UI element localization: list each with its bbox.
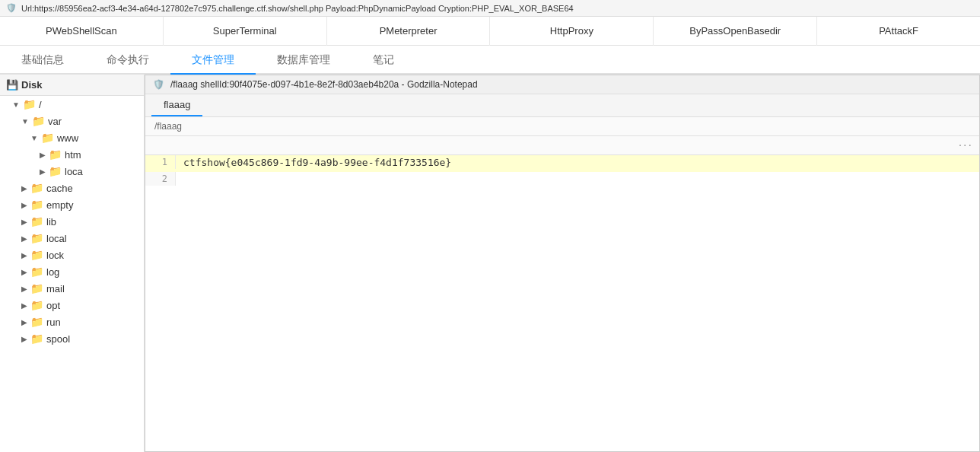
tree-item-label: run	[46, 317, 61, 328]
sub-nav-item-0[interactable]: 基础信息	[0, 46, 85, 75]
tree-item-label: local	[46, 233, 67, 244]
folder-icon: 📁	[30, 266, 43, 278]
tree-item-label: www	[57, 132, 78, 144]
tree-item-label: loca	[65, 166, 83, 177]
folder-icon: 📁	[30, 333, 43, 345]
chevron-down-icon: ▼	[30, 134, 38, 142]
chevron-right-icon: ▶	[40, 167, 46, 176]
notepad-filepath: /flaaag	[145, 117, 979, 136]
notepad-more-icon[interactable]: ···	[959, 138, 973, 152]
tree-item-empty[interactable]: ▶📁empty	[0, 196, 144, 213]
top-nav-item-1[interactable]: SuperTerminal	[164, 17, 327, 46]
chevron-right-icon: ▶	[21, 218, 27, 226]
chevron-right-icon: ▶	[21, 268, 27, 276]
tree-item-label: mail	[46, 283, 65, 294]
tree-item-label: lock	[46, 250, 64, 261]
chevron-right-icon: ▶	[21, 318, 27, 326]
tree-item-opt[interactable]: ▶📁opt	[0, 297, 144, 314]
sub-nav: 基础信息命令执行文件管理数据库管理笔记	[0, 46, 980, 75]
url-text: Url:https://85956ea2-acf3-4e34-a64d-1278…	[21, 4, 574, 13]
code-line: 1ctfshow{e045c869-1fd9-4a9b-99ee-f4d1f73…	[145, 155, 979, 172]
line-content	[176, 172, 191, 175]
tree-item-label: spool	[46, 333, 70, 345]
right-content: / icon name type 📁etcdir📄flaaagfile📁home…	[145, 75, 980, 452]
folder-icon: 📁	[30, 182, 43, 194]
code-lines: 1ctfshow{e045c869-1fd9-4a9b-99ee-f4d1f73…	[145, 155, 979, 189]
line-number: 2	[145, 172, 176, 186]
sidebar-header-label: Disk	[21, 79, 42, 91]
notepad-editor[interactable]: 1ctfshow{e045c869-1fd9-4a9b-99ee-f4d1f73…	[145, 155, 979, 451]
folder-icon: 📁	[41, 132, 54, 144]
tree-item-label: empty	[46, 199, 73, 211]
folder-icon: 📁	[23, 98, 36, 110]
tree-item-label: log	[46, 266, 59, 278]
notepad-titlebar: 🛡️ /flaaag shellId:90f4075e-d097-4b1e-8e…	[145, 75, 979, 94]
sub-nav-item-2[interactable]: 文件管理	[170, 46, 256, 75]
main-container: 💾 Disk ▼📁/▼📁var▼📁www▶📁htm▶📁loca▶📁cache▶📁…	[0, 75, 980, 452]
chevron-right-icon: ▶	[21, 335, 27, 343]
notepad-title-icon: 🛡️	[153, 79, 164, 90]
tree-item-run[interactable]: ▶📁run	[0, 314, 144, 330]
sub-nav-item-1[interactable]: 命令执行	[85, 46, 170, 75]
folder-icon: 📁	[30, 215, 43, 228]
chevron-right-icon: ▶	[21, 234, 27, 243]
tree-item-label: opt	[46, 300, 60, 311]
tree-item-lib[interactable]: ▶📁lib	[0, 213, 144, 230]
chevron-down-icon: ▼	[12, 100, 20, 109]
tree-item-www[interactable]: ▼📁www	[0, 129, 144, 146]
chevron-right-icon: ▶	[21, 251, 27, 259]
tree-item-var[interactable]: ▼📁var	[0, 113, 144, 129]
tree-item-/[interactable]: ▼📁/	[0, 96, 144, 113]
folder-icon: 📁	[49, 148, 62, 161]
tree-item-label: htm	[65, 149, 81, 161]
line-number: 1	[145, 155, 176, 169]
tree-item-label: var	[48, 116, 62, 127]
chevron-right-icon: ▶	[21, 285, 27, 293]
tree-item-log[interactable]: ▶📁log	[0, 263, 144, 280]
tree-item-htm[interactable]: ▶📁htm	[0, 146, 144, 163]
tree-item-mail[interactable]: ▶📁mail	[0, 280, 144, 297]
top-nav-item-3[interactable]: HttpProxy	[490, 17, 654, 46]
url-bar: 🛡️ Url:https://85956ea2-acf3-4e34-a64d-1…	[0, 0, 980, 17]
top-nav-item-5[interactable]: PAttackF	[817, 17, 980, 46]
tree-item-label: /	[39, 99, 42, 110]
tree-item-loca[interactable]: ▶📁loca	[0, 163, 144, 180]
disk-icon: 💾	[6, 79, 18, 91]
chevron-right-icon: ▶	[21, 301, 27, 310]
top-nav-item-0[interactable]: PWebShellScan	[0, 17, 164, 46]
tree-item-local[interactable]: ▶📁local	[0, 230, 144, 247]
notepad-tab-bar: flaaag	[145, 94, 979, 117]
code-line: 2	[145, 172, 979, 189]
sub-nav-item-4[interactable]: 笔记	[352, 46, 415, 75]
folder-icon: 📁	[49, 165, 62, 177]
top-nav-item-4[interactable]: ByPassOpenBasedir	[654, 17, 817, 46]
folder-icon: 📁	[30, 249, 43, 261]
tree-item-label: cache	[46, 183, 73, 194]
folder-icon: 📁	[30, 316, 43, 328]
sidebar: 💾 Disk ▼📁/▼📁var▼📁www▶📁htm▶📁loca▶📁cache▶📁…	[0, 75, 145, 452]
sidebar-header: 💾 Disk	[0, 75, 144, 96]
folder-icon: 📁	[30, 282, 43, 294]
chevron-right-icon: ▶	[21, 201, 27, 209]
chevron-down-icon: ▼	[21, 117, 29, 126]
top-nav-item-2[interactable]: PMeterpreter	[327, 17, 491, 46]
notepad-title-text: /flaaag shellId:90f4075e-d097-4b1e-8e2f-…	[170, 79, 478, 90]
sub-nav-item-3[interactable]: 数据库管理	[256, 46, 352, 75]
line-content: ctfshow{e045c869-1fd9-4a9b-99ee-f4d1f733…	[176, 155, 459, 170]
tree-item-spool[interactable]: ▶📁spool	[0, 330, 144, 347]
chevron-right-icon: ▶	[40, 151, 46, 159]
url-icon: 🛡️	[6, 3, 17, 13]
tree-item-label: lib	[46, 216, 56, 228]
folder-icon: 📁	[30, 299, 43, 311]
folder-icon: 📁	[30, 199, 43, 211]
top-nav: PWebShellScanSuperTerminalPMeterpreterHt…	[0, 17, 980, 46]
notepad-tab[interactable]: flaaag	[151, 94, 202, 116]
folder-icon: 📁	[32, 115, 45, 127]
tree-container: ▼📁/▼📁var▼📁www▶📁htm▶📁loca▶📁cache▶📁empty▶📁…	[0, 96, 144, 347]
tree-item-cache[interactable]: ▶📁cache	[0, 180, 144, 196]
notepad-overlay: 🛡️ /flaaag shellId:90f4075e-d097-4b1e-8e…	[145, 75, 980, 452]
tree-item-lock[interactable]: ▶📁lock	[0, 247, 144, 263]
folder-icon: 📁	[30, 232, 43, 244]
notepad-toolbar: ···	[145, 136, 979, 155]
chevron-right-icon: ▶	[21, 184, 27, 193]
